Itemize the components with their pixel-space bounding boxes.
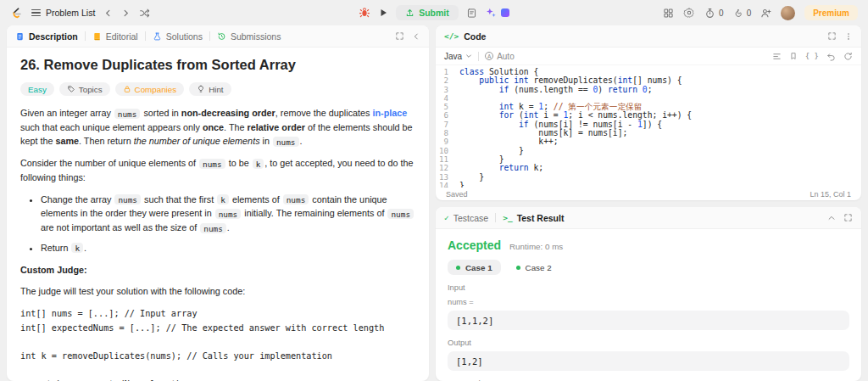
problem-content: 26. Remove Duplicates from Sorted Array …: [7, 48, 429, 381]
divider: [478, 52, 479, 61]
tag-icon: [67, 85, 75, 93]
text-segment: in-place: [372, 108, 407, 118]
result-header-actions: [827, 213, 853, 222]
settings-gear-icon[interactable]: [683, 7, 695, 19]
auto-toggle[interactable]: A Auto: [485, 52, 515, 61]
text-segment: the number of unique elements: [134, 136, 260, 146]
more-dots-icon[interactable]: [844, 32, 853, 41]
code-icon: </>: [444, 31, 459, 41]
case-status-dot: [456, 266, 460, 270]
format-icon[interactable]: [772, 52, 782, 61]
tab-testcase[interactable]: ✓ Testcase: [444, 213, 488, 223]
lightbulb-icon: [197, 85, 205, 93]
difficulty-badge[interactable]: Easy: [20, 82, 54, 96]
code-line[interactable]: 12 return k;: [436, 164, 861, 172]
text-segment: [459, 85, 499, 94]
tab-label: Description: [29, 31, 78, 42]
companies-badge[interactable]: Companies: [115, 82, 185, 96]
case-1-tab[interactable]: Case 1: [448, 260, 501, 275]
problem-panel: Description Editorial Solutions: [7, 25, 429, 381]
badge-row: Easy Topics Companies: [20, 82, 415, 96]
hint-badge[interactable]: Hint: [189, 82, 231, 96]
chevron-down-icon: [465, 53, 472, 59]
output-value-box[interactable]: [1,2]: [448, 351, 849, 371]
layout-grid-icon[interactable]: [663, 8, 674, 19]
judge-code-block: int[] nums = [...]; // Input array int[]…: [20, 307, 415, 381]
editorial-book-icon: [92, 31, 102, 42]
text-segment: relative order: [248, 122, 305, 132]
ai-sparkle-icon[interactable]: [485, 7, 497, 19]
text-segment: initially. The remaining elements of: [242, 208, 387, 218]
text-segment: .: [300, 136, 303, 146]
input-value-box[interactable]: [1,1,2]: [448, 311, 849, 330]
divider: [85, 31, 86, 41]
streak-flame-icon[interactable]: [733, 8, 743, 19]
ai-badge-icon[interactable]: [501, 8, 509, 17]
notes-icon[interactable]: [466, 8, 477, 19]
collapse-left-icon[interactable]: [412, 32, 420, 41]
tab-label: Submissions: [231, 31, 281, 42]
topics-badge[interactable]: Topics: [59, 82, 110, 96]
text-segment: nums: [200, 223, 226, 233]
case-2-tab[interactable]: Case 2: [508, 260, 560, 275]
prev-problem-button[interactable]: [103, 8, 113, 18]
code-title-label: Code: [464, 31, 486, 42]
avatar[interactable]: [781, 6, 795, 20]
code-editor[interactable]: 1class Solution { 2 public int removeDup…: [436, 65, 861, 188]
expand-icon[interactable]: [843, 213, 853, 222]
timer-count: 0: [719, 8, 724, 18]
tab-test-result[interactable]: >_ Test Result: [503, 213, 564, 223]
code-panel: </> Code Java: [436, 25, 861, 200]
submit-label: Submit: [419, 8, 449, 18]
custom-judge-heading: Custom Judge:: [20, 263, 415, 277]
text-segment: . The: [224, 122, 247, 132]
tab-description[interactable]: Description: [15, 31, 78, 42]
code-line[interactable]: 13 }: [436, 173, 861, 182]
text-segment: .: [84, 243, 86, 253]
add-user-icon[interactable]: [760, 8, 771, 19]
terminal-icon: >_: [503, 213, 512, 222]
debug-icon[interactable]: [359, 7, 370, 19]
premium-button[interactable]: Premium: [804, 5, 858, 20]
text-segment: nums: [114, 109, 141, 119]
bookmark-icon[interactable]: [789, 52, 798, 60]
tab-editorial[interactable]: Editorial: [92, 31, 138, 42]
text-segment: Consider the number of unique elements o…: [20, 158, 198, 168]
code-line[interactable]: 3 if (nums.length == 0) return 0;: [436, 86, 861, 94]
submit-button[interactable]: Submit: [396, 5, 459, 20]
tab-submissions[interactable]: Submissions: [217, 31, 281, 42]
leetcode-logo[interactable]: [10, 7, 23, 20]
chevron-up-icon[interactable]: [827, 214, 836, 222]
text-segment: nums: [283, 194, 309, 205]
text-segment: such that each unique element appears on…: [20, 122, 203, 132]
lock-icon: [123, 85, 131, 93]
shuffle-icon[interactable]: [139, 8, 150, 19]
saved-status: Saved: [446, 190, 468, 199]
line-number: 14: [436, 182, 459, 188]
text-segment: nums: [114, 194, 141, 205]
next-problem-button[interactable]: [121, 8, 131, 18]
expand-icon[interactable]: [827, 31, 837, 41]
result-panel: ✓ Testcase >_ Test Result: [436, 207, 861, 381]
code-header-actions: [827, 31, 853, 41]
run-button[interactable]: [378, 8, 388, 18]
text-segment: nums: [215, 209, 242, 219]
problem-list-link[interactable]: Problem List: [31, 8, 95, 18]
problem-paragraph: Consider the number of unique elements o…: [20, 156, 415, 184]
undo-icon[interactable]: [826, 52, 836, 61]
cursor-position: Ln 15, Col 1: [810, 190, 851, 199]
problem-bullet-list: Change the array nums such that the firs…: [41, 193, 415, 255]
timer-icon[interactable]: [704, 8, 715, 19]
tab-solutions[interactable]: Solutions: [153, 31, 203, 42]
expand-icon[interactable]: [395, 31, 404, 41]
language-select[interactable]: Java: [444, 52, 472, 61]
code-line[interactable]: 14}: [436, 182, 861, 188]
auto-icon: A: [485, 52, 493, 60]
text-segment: if: [499, 85, 509, 94]
streak-count: 0: [747, 8, 752, 18]
editor-toolbar: Java A Auto { }: [436, 48, 861, 65]
language-label: Java: [444, 52, 462, 61]
reset-icon[interactable]: [843, 52, 853, 61]
description-file-icon: [15, 31, 25, 42]
braces-icon[interactable]: { }: [805, 52, 819, 60]
